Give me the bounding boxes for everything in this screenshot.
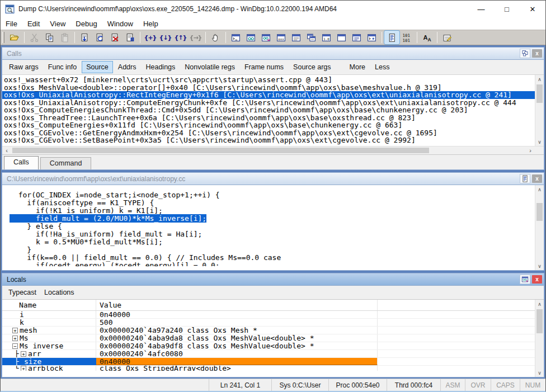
menu-view[interactable]: View — [45, 18, 70, 29]
source-line[interactable]: if(k==0.0 || field_mult == 0.0) { // Inc… — [10, 254, 535, 262]
calls-hscroll-track[interactable] — [11, 147, 526, 154]
memory-window-button[interactable] — [289, 31, 304, 44]
calls-option-func-info[interactable]: Func info — [44, 61, 81, 73]
expand-icon[interactable]: + — [12, 336, 18, 341]
stack-frame[interactable]: oxs!Oxs_ComputeEnergies+0x11fd [C:\Users… — [2, 121, 535, 129]
stack-frame[interactable]: oxs!Oxs_CGEvolve::SetBasePoint+0x3a5 [C:… — [2, 136, 535, 144]
expand-icon[interactable]: + — [21, 366, 26, 371]
locals-row-arrblock[interactable]: └+arrblockclass Oxs_StripedArray<double> — [2, 366, 535, 371]
scroll-up-icon[interactable]: ∧ — [535, 300, 544, 308]
maximize-button[interactable]: □ — [494, 1, 520, 17]
close-button[interactable]: ✕ — [520, 1, 545, 17]
menu-help[interactable]: Help — [138, 18, 163, 29]
locals-row-ms[interactable]: +Ms0x00000240`4aba9da8 class Oxs_MeshVal… — [2, 334, 535, 342]
source-vscroll-track[interactable] — [535, 193, 544, 262]
source-code[interactable]: for(OC_INDEX i=node_start;i<node_stop+1;… — [2, 185, 535, 270]
scroll-up-icon[interactable]: ∧ — [535, 185, 544, 193]
collapse-icon[interactable]: − — [12, 343, 18, 349]
pause-hand-button[interactable] — [208, 31, 223, 44]
disassembly-window-button[interactable] — [334, 31, 349, 44]
calls-option-source[interactable]: Source — [82, 61, 113, 73]
locals-row-size[interactable]: ├size0n40000 — [2, 358, 535, 366]
registers-window-button[interactable]: oxx — [274, 31, 289, 44]
source-line[interactable]: } — [10, 246, 535, 254]
locals-window-icon[interactable] — [520, 275, 530, 284]
step-over-button[interactable]: {↓} — [158, 31, 173, 44]
break-button[interactable] — [123, 31, 138, 44]
calls-option-addrs[interactable]: Addrs — [114, 61, 141, 73]
locals-option-typecast[interactable]: Typecast — [4, 287, 40, 297]
calls-option-headings[interactable]: Headings — [141, 61, 180, 73]
calls-hscroll-thumb[interactable] — [12, 148, 429, 153]
source-close-icon[interactable]: x — [532, 174, 542, 183]
scroll-left-icon[interactable]: ‹ — [2, 147, 11, 154]
locals-row-k[interactable]: k500 — [2, 319, 535, 327]
call-stack-window-button[interactable] — [304, 31, 319, 44]
restart-button[interactable] — [92, 31, 107, 44]
menu-debug[interactable]: Debug — [70, 18, 102, 29]
locals-panel-titlebar[interactable]: Locals x — [2, 273, 544, 286]
stack-frame[interactable]: oxs!_wassert+0x72 [minkernel\crts\ucrt\s… — [2, 76, 535, 84]
source-line[interactable]: } else { — [10, 223, 535, 230]
calls-panel-titlebar[interactable]: Calls x — [2, 48, 544, 60]
scroll-down-icon[interactable]: ∨ — [535, 369, 544, 377]
source-line[interactable]: if(!Ha_is_uniform) field_mult = Ha[i]; — [10, 230, 535, 238]
source-line-current[interactable]: field_mult = (2.0/MU0)*k*Ms_inverse[i]; — [10, 215, 535, 223]
expand-icon[interactable]: + — [21, 351, 26, 357]
calls-vertical-scrollbar[interactable]: ∧ ∨ — [535, 75, 544, 146]
calls-option-nonvolatile-regs[interactable]: Nonvolatile regs — [180, 61, 239, 73]
locals-row-arr[interactable]: ├+arr0x00000240`4afc0080 — [2, 350, 535, 358]
calls-vscroll-track[interactable] — [535, 83, 544, 138]
locals-row-mesh[interactable]: +mesh0x00000240`4a97a240 class Oxs_Mesh … — [2, 327, 535, 334]
locals-row-i[interactable]: i0n40000 — [2, 311, 535, 319]
copy-button[interactable] — [42, 31, 57, 44]
tab-calls[interactable]: Calls — [4, 156, 39, 169]
scroll-up-icon[interactable]: ∧ — [535, 75, 544, 83]
scroll-right-icon[interactable]: › — [526, 147, 535, 154]
dock-icon[interactable] — [520, 49, 530, 58]
locals-option-locations[interactable]: Locations — [40, 287, 78, 297]
scroll-down-icon[interactable]: ∨ — [535, 262, 544, 270]
calls-option-frame-nums[interactable]: Frame nums — [240, 61, 288, 73]
watch-window-button[interactable] — [243, 31, 258, 44]
stop-debugging-button[interactable] — [107, 31, 123, 44]
source-file-icon[interactable] — [520, 174, 530, 183]
calls-vscroll-thumb[interactable] — [536, 84, 543, 103]
stack-frame[interactable]: oxs!Oxs_MeshValue<double>::operator[]+0x… — [2, 84, 535, 92]
calls-horizontal-scrollbar[interactable]: ‹ › — [2, 146, 544, 154]
source-panel-titlebar[interactable]: C:\Users\rincewind\oommf\app\oxs\ext\uni… — [2, 173, 544, 185]
source-line[interactable]: if(!K1_is_uniform) k = K1[i]; — [10, 207, 535, 215]
locals-vscroll-track[interactable] — [535, 308, 544, 369]
calls-option-raw-args[interactable]: Raw args — [4, 61, 43, 73]
calls-close-icon[interactable]: x — [532, 49, 542, 58]
processes-window-button[interactable] — [364, 31, 379, 44]
title-bar[interactable]: Dump C:\Users\rincewind\oommf\app\oxs\ox… — [1, 1, 545, 17]
scroll-down-icon[interactable]: ∨ — [535, 138, 544, 146]
step-into-button[interactable]: {+} — [143, 31, 158, 44]
source-mode-button[interactable] — [384, 31, 399, 44]
minimize-button[interactable]: — — [468, 1, 494, 17]
source-line[interactable]: for(OC_INDEX i=node_start;i<node_stop+1;… — [10, 191, 535, 199]
stack-frame[interactable]: oxs!Oxs_ComputeEnergiesChunkThread::Cmd+… — [2, 106, 535, 114]
stack-frame[interactable]: oxs!Oxs_UniaxialAnisotropy::ComputeEnerg… — [2, 99, 535, 107]
locals-vscroll-thumb[interactable] — [536, 309, 543, 333]
floating-point-window-button[interactable]: 1.0 — [319, 31, 334, 44]
scratch-pad-window-button[interactable] — [349, 31, 364, 44]
menu-window[interactable]: Window — [102, 18, 138, 29]
expand-icon[interactable]: + — [12, 328, 18, 333]
source-vscroll-thumb[interactable] — [536, 203, 543, 221]
stack-frame-selected[interactable]: oxs!Oxs_UniaxialAnisotropy::RectIntegEne… — [2, 91, 535, 99]
number-format-button[interactable]: 101101 — [399, 31, 415, 44]
source-vertical-scrollbar[interactable]: ∧ ∨ — [535, 185, 544, 270]
calls-option-less[interactable]: Less — [370, 61, 394, 73]
font-button[interactable]: AA — [420, 31, 435, 44]
menu-edit[interactable]: Edit — [22, 18, 45, 29]
stack-frame[interactable]: oxs!Oxs_CGEvolve::GetEnergyAndmxHxm+0x25… — [2, 129, 535, 137]
go-button[interactable] — [77, 31, 92, 44]
step-out-button[interactable]: {↑} — [173, 31, 188, 44]
locals-vertical-scrollbar[interactable]: ∧ ∨ — [535, 300, 544, 377]
source-line[interactable]: k = 0.5*MU0*field_mult*Ms[i]; — [10, 238, 535, 246]
open-file-button[interactable] — [7, 31, 22, 44]
options-button[interactable] — [440, 31, 455, 44]
source-line[interactable]: if(ocedt.energy) (*ocedt.energy)[i] = 0.… — [10, 262, 535, 266]
